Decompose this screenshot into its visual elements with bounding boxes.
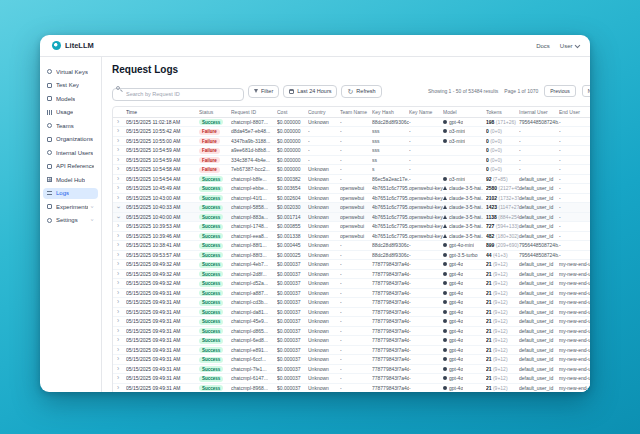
table-row[interactable]: ›05/15/2025 10:54:59 AMFailurea9ee681d-b… xyxy=(113,146,590,156)
openai-icon xyxy=(443,291,447,295)
chevron-right-icon[interactable]: › xyxy=(117,366,119,373)
chevron-right-icon[interactable]: › xyxy=(117,375,119,382)
column-header-team-name: Team Name xyxy=(340,109,372,115)
refresh-button[interactable]: ↻ Refresh xyxy=(341,85,381,98)
chevron-right-icon[interactable]: › xyxy=(117,347,119,354)
cell-cost: $0.003654 xyxy=(277,185,308,191)
chevron-right-icon[interactable]: › xyxy=(117,337,119,344)
next-button[interactable]: Next xyxy=(582,85,590,97)
table-row[interactable]: ›05/15/2025 09:49:32 AMSuccesschatcmpl-2… xyxy=(113,270,590,280)
sidebar-item-model-hub[interactable]: Model Hub xyxy=(43,174,98,185)
sidebar-item-virtual-keys[interactable]: Virtual Keys xyxy=(43,66,98,77)
chevron-right-icon[interactable]: › xyxy=(117,290,119,297)
cell-country: Unknown xyxy=(308,204,340,210)
sidebar-item-test-key[interactable]: Test Key xyxy=(43,80,98,91)
sidebar-item-usage[interactable]: Usage xyxy=(43,107,98,118)
cell-cost: $0.002030 xyxy=(277,204,308,210)
chevron-right-icon[interactable]: › xyxy=(117,385,119,392)
cell-request-id: chatcmpl-2d8f... xyxy=(231,271,277,277)
table-row[interactable]: ›05/15/2025 10:55:00 AMFailure4347ba9b-3… xyxy=(113,137,590,147)
sidebar-item-experimental[interactable]: Experimental› xyxy=(43,201,98,212)
chevron-right-icon[interactable]: › xyxy=(117,119,119,126)
sidebar-item-logs[interactable]: Logs xyxy=(43,188,98,199)
chevron-right-icon[interactable]: › xyxy=(117,223,119,230)
chevron-right-icon[interactable]: › xyxy=(117,356,119,363)
chevron-right-icon[interactable]: › xyxy=(117,271,119,278)
table-row[interactable]: ›05/15/2025 09:49:31 AMSuccesschatcmpl-6… xyxy=(113,374,590,384)
table-row[interactable]: ›05/15/2025 10:43:00 AMSuccesschatcmpl-4… xyxy=(113,194,590,204)
table-row[interactable]: ›05/15/2025 09:49:31 AMSuccesschatcmpl-c… xyxy=(113,298,590,308)
table-row[interactable]: ›05/15/2025 09:49:31 AMSuccesschatcmpl-a… xyxy=(113,289,590,299)
sidebar-item-settings[interactable]: Settings› xyxy=(43,215,98,226)
table-row[interactable]: ›05/15/2025 09:49:31 AMSuccesschatcmpl-7… xyxy=(113,365,590,375)
cell-country: Unknown xyxy=(308,261,340,267)
chevron-right-icon[interactable]: › xyxy=(117,157,119,164)
sidebar-item-organizations[interactable]: Organizations xyxy=(43,134,98,145)
cell-key-name: - xyxy=(409,261,443,267)
table-row[interactable]: ›05/15/2025 09:49:31 AMSuccesschatcmpl-8… xyxy=(113,384,590,393)
cell-model: gpt-4o xyxy=(443,356,486,362)
table-row[interactable]: ›05/15/2025 10:38:41 AMSuccesschatcmpl-8… xyxy=(113,241,590,251)
chevron-right-icon[interactable]: › xyxy=(117,318,119,325)
chevron-down-icon[interactable]: › xyxy=(115,216,122,218)
chevron-right-icon[interactable]: › xyxy=(117,166,119,173)
sidebar-item-internal-users[interactable]: Internal Users xyxy=(43,147,98,158)
cell-request-id: chatcmpl-4eb7... xyxy=(231,261,277,267)
cell-end-user: - xyxy=(559,204,590,210)
table-row[interactable]: ›05/15/2025 09:49:31 AMSuccesschatcmpl-4… xyxy=(113,317,590,327)
table-row[interactable]: ›05/15/2025 09:49:31 AMSuccesschatcmpl-6… xyxy=(113,336,590,346)
cell-model: claude-3-5-hai... xyxy=(443,185,486,191)
table-row[interactable]: ›05/15/2025 10:39:53 AMSuccesschatcmpl-1… xyxy=(113,222,590,232)
chevron-right-icon[interactable]: › xyxy=(117,299,119,306)
chevron-right-icon[interactable]: › xyxy=(117,147,119,154)
table-row[interactable]: ›05/15/2025 09:49:32 AMSuccesschatcmpl-4… xyxy=(113,260,590,270)
cell-tokens: 899 (209+690) xyxy=(486,242,519,248)
table-row[interactable]: ›05/15/2025 10:40:33 AMSuccesschatcmpl-5… xyxy=(113,203,590,213)
chevron-right-icon[interactable]: › xyxy=(117,328,119,335)
cell-cost: $0.000037 xyxy=(277,347,308,353)
table-row[interactable]: ›05/15/2025 09:49:31 AMSuccesschatcmpl-e… xyxy=(113,346,590,356)
sidebar-item-models[interactable]: Models xyxy=(43,93,98,104)
table-row[interactable]: ›05/15/2025 10:54:58 AMFailure7eb67387-b… xyxy=(113,165,590,175)
search-input[interactable] xyxy=(112,88,244,101)
cell-team-name: - xyxy=(340,356,372,362)
anthropic-icon xyxy=(443,186,447,190)
table-row[interactable]: ›05/15/2025 09:49:32 AMSuccesschatcmpl-d… xyxy=(113,279,590,289)
sidebar-item-api-reference[interactable]: API Reference xyxy=(43,161,98,172)
chevron-right-icon[interactable]: › xyxy=(117,252,119,259)
chevron-right-icon[interactable]: › xyxy=(117,185,119,192)
chevron-right-icon[interactable]: › xyxy=(117,261,119,268)
table-row[interactable]: ›05/15/2025 10:39:46 AMSuccesschatcmpl-e… xyxy=(113,232,590,242)
table-row[interactable]: ›05/15/2025 10:54:59 AMFailure334c3874-4… xyxy=(113,156,590,166)
table-row[interactable]: ›05/15/2025 09:49:31 AMSuccesschatcmpl-d… xyxy=(113,308,590,318)
cell-model: gpt-4o xyxy=(443,337,486,343)
table-row[interactable]: ›05/15/2025 09:49:31 AMSuccesschatcmpl-6… xyxy=(113,355,590,365)
column-header-time: Time xyxy=(126,109,199,115)
docs-link[interactable]: Docs xyxy=(536,43,550,49)
time-range-button[interactable]: Last 24 Hours xyxy=(283,85,337,98)
table-row[interactable]: ›05/15/2025 09:49:31 AMSuccesschatcmpl-d… xyxy=(113,327,590,337)
brand[interactable]: LiteLLM xyxy=(52,41,94,50)
sidebar-item-teams[interactable]: Teams xyxy=(43,120,98,131)
table-row[interactable]: ›05/15/2025 10:45:49 AMSuccesschatcmpl-e… xyxy=(113,184,590,194)
table-row[interactable]: ›05/15/2025 10:54:54 AMSuccesschatcmpl-b… xyxy=(113,175,590,185)
chevron-right-icon[interactable]: › xyxy=(117,309,119,316)
cell-model: claude-3-5-hai... xyxy=(443,223,486,229)
previous-button[interactable]: Previous xyxy=(544,85,575,97)
chevron-down-icon[interactable]: › xyxy=(115,206,122,208)
chevron-right-icon[interactable]: › xyxy=(117,280,119,287)
cell-model: gpt-4o xyxy=(443,347,486,353)
chevron-right-icon[interactable]: › xyxy=(117,138,119,145)
chevron-right-icon[interactable]: › xyxy=(117,176,119,183)
openai-icon xyxy=(443,376,447,380)
chevron-right-icon[interactable]: › xyxy=(117,128,119,135)
table-row[interactable]: ›05/15/2025 10:40:00 AMSuccesschatcmpl-8… xyxy=(113,213,590,223)
table-row[interactable]: ›05/15/2025 09:53:57 AMSuccesschatcmpl-8… xyxy=(113,251,590,261)
chevron-right-icon[interactable]: › xyxy=(117,242,119,249)
chevron-right-icon[interactable]: › xyxy=(117,195,119,202)
table-row[interactable]: ›05/15/2025 10:55:42 AMFailured8da45e7-e… xyxy=(113,127,590,137)
user-menu[interactable]: User xyxy=(560,43,578,49)
filter-button[interactable]: Filter xyxy=(248,85,279,98)
chevron-right-icon[interactable]: › xyxy=(117,233,119,240)
table-row[interactable]: ›05/15/2025 11:02:18 AMSuccesschatcmpl-8… xyxy=(113,118,590,128)
